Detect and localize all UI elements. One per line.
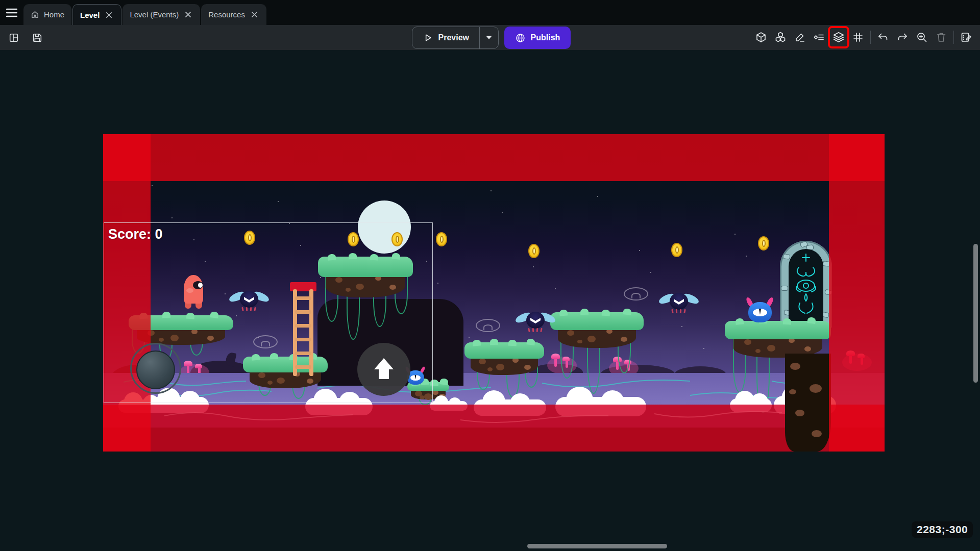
tab-close-icon[interactable] — [250, 10, 259, 19]
moss-tuft — [526, 338, 535, 345]
column-stone — [789, 389, 796, 394]
trash-icon — [935, 31, 947, 43]
dirt-stone — [496, 364, 504, 370]
coin-slot — [675, 246, 679, 254]
lava-deep — [103, 428, 885, 452]
dirt-stone — [804, 346, 811, 352]
pencil-button[interactable] — [790, 27, 810, 47]
dirt-column — [785, 354, 831, 452]
toolbar-divider — [870, 31, 871, 44]
fly-body — [526, 312, 545, 329]
boundary-wall-right[interactable] — [829, 134, 885, 452]
undo-button[interactable] — [873, 27, 893, 47]
portal-stone — [781, 286, 788, 291]
preview-button-label: Preview — [438, 33, 469, 42]
dirt-stone — [767, 345, 775, 351]
tab-level-events[interactable]: Level (Events) — [122, 4, 200, 25]
horizontal-scrollbar[interactable] — [527, 544, 667, 548]
boundary-wall-top[interactable] — [103, 134, 885, 181]
moss-tuft — [601, 310, 610, 316]
redo-icon — [896, 31, 909, 43]
save-button[interactable] — [30, 28, 45, 48]
coin[interactable] — [436, 232, 447, 246]
tab-label: Level — [80, 11, 100, 19]
play-icon — [423, 33, 433, 43]
star — [172, 217, 173, 218]
hamburger-icon — [6, 8, 17, 17]
dirt-stone — [479, 359, 486, 364]
publish-button[interactable]: Publish — [504, 27, 571, 49]
tab-resources[interactable]: Resources — [201, 4, 266, 25]
lava-texture-lines — [103, 405, 885, 428]
dirt-stone — [621, 337, 627, 342]
scene-editor-canvas[interactable]: Score: 0 2283;-300 — [0, 50, 980, 551]
star — [650, 272, 651, 273]
preview-button-main[interactable]: Preview — [412, 27, 479, 48]
object-groups-button[interactable] — [771, 27, 790, 47]
fly-enemy[interactable] — [658, 291, 699, 314]
star — [734, 234, 736, 235]
undo-icon — [877, 31, 889, 43]
star — [746, 256, 747, 257]
publish-button-label: Publish — [531, 33, 560, 42]
layout-panels-icon — [8, 32, 19, 43]
vertical-scrollbar[interactable] — [973, 244, 978, 383]
hamburger-menu-button[interactable] — [0, 0, 23, 25]
platform[interactable] — [550, 312, 644, 379]
tab-close-icon[interactable] — [104, 11, 114, 19]
tab-level[interactable]: Level — [72, 4, 121, 25]
fly-body — [670, 293, 688, 310]
edit-note-icon — [960, 31, 972, 43]
star — [469, 337, 470, 338]
instances-list-button[interactable] — [810, 27, 829, 47]
coin[interactable] — [671, 243, 682, 257]
ghost-eye-pupil — [483, 324, 493, 330]
preview-button[interactable]: Preview — [412, 27, 499, 49]
column-stone — [812, 430, 822, 437]
cube-button[interactable] — [751, 27, 771, 47]
dirt-stone — [567, 330, 574, 336]
layers-button[interactable] — [829, 27, 848, 47]
ghost-eye-decoration — [624, 287, 648, 300]
ghost-eye-pupil — [631, 293, 641, 298]
save-icon — [32, 32, 43, 43]
toolbar-left-icons — [6, 25, 45, 50]
coin-slot — [532, 247, 536, 255]
zoom-in-button[interactable] — [912, 27, 932, 47]
cube-icon — [755, 31, 767, 43]
grid-button[interactable] — [848, 27, 868, 47]
fly-claw — [536, 328, 538, 332]
star — [597, 196, 598, 197]
dirt-stone — [755, 349, 761, 353]
dirt-stone — [577, 340, 582, 344]
coin[interactable] — [758, 236, 769, 251]
layout-panels-button[interactable] — [6, 28, 21, 48]
moss-tuft — [735, 318, 744, 325]
fly-enemy[interactable] — [515, 310, 556, 333]
star — [278, 201, 279, 202]
coin[interactable] — [528, 244, 540, 258]
cursor-coordinates-badge: 2283;-300 — [912, 521, 973, 538]
preview-dropdown-button[interactable] — [480, 27, 498, 48]
dirt-stone — [487, 367, 493, 371]
toolbar: Preview Publish — [0, 25, 980, 50]
edit-note-button[interactable] — [957, 27, 976, 47]
fly-claw — [528, 328, 530, 332]
portal-archway[interactable] — [780, 241, 832, 329]
column-stone — [795, 410, 804, 416]
tab-label: Level (Events) — [130, 10, 179, 19]
star — [555, 288, 556, 289]
tab-home[interactable]: Home — [23, 4, 71, 25]
blue-monster-enemy[interactable] — [748, 302, 772, 322]
tab-label: Home — [44, 10, 64, 19]
coin-slot — [762, 240, 766, 247]
dirt-stone — [744, 339, 751, 345]
fly-claw — [680, 309, 682, 313]
star — [533, 266, 534, 267]
moss-tuft — [559, 309, 568, 316]
toolbar-divider — [953, 31, 954, 44]
redo-button[interactable] — [893, 27, 912, 47]
portal-ornament — [789, 249, 823, 325]
editor-window: HomeLevelLevel (Events)Resources Preview — [0, 0, 980, 551]
tab-close-icon[interactable] — [183, 10, 193, 19]
